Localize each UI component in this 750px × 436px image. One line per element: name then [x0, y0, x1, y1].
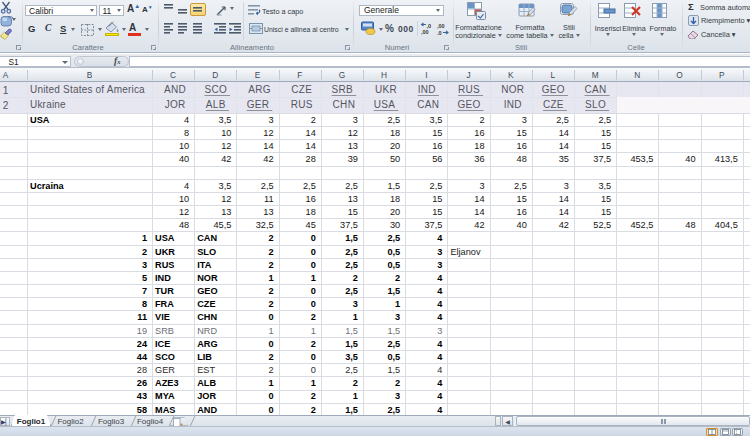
svg-text:,00: ,00: [437, 23, 445, 29]
svg-text:,0: ,0: [437, 30, 442, 36]
svg-text:,00: ,00: [421, 29, 429, 35]
svg-text:,0: ,0: [427, 23, 432, 29]
